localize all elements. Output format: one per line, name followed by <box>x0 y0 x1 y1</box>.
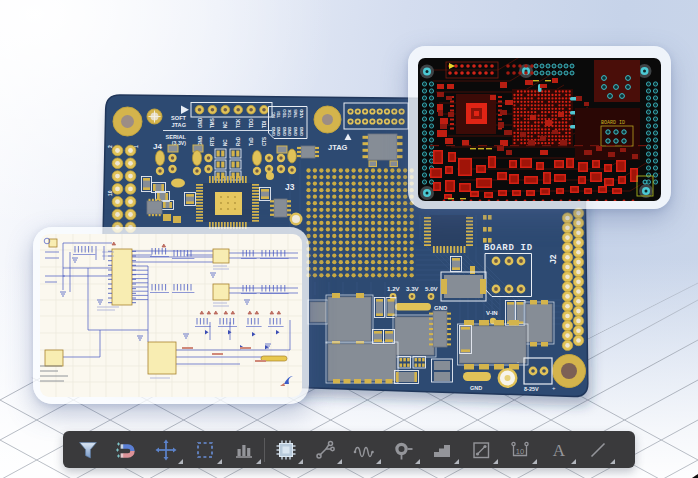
svg-text:1.2V: 1.2V <box>387 285 401 292</box>
svg-text:TMS: TMS <box>210 118 215 128</box>
svg-text:RxD: RxD <box>236 136 241 146</box>
svg-text:3.3V: 3.3V <box>406 285 420 292</box>
svg-text:NC: NC <box>223 121 228 128</box>
svg-text:TCK: TCK <box>236 118 241 128</box>
svg-text:VDD: VDD <box>299 109 304 118</box>
svg-text:TDO: TDO <box>249 118 254 128</box>
svg-text:TMS: TMS <box>293 109 298 118</box>
svg-text:GND: GND <box>198 117 203 128</box>
svg-text:10: 10 <box>107 190 113 196</box>
svg-text:GND: GND <box>470 385 482 391</box>
svg-text:JTAG: JTAG <box>328 143 348 152</box>
svg-text:10: 10 <box>515 447 523 456</box>
svg-text:GND: GND <box>299 127 304 136</box>
svg-text:BOARD ID: BOARD ID <box>601 120 625 126</box>
svg-text:TDI: TDI <box>276 111 281 118</box>
svg-text:GND: GND <box>271 127 276 136</box>
svg-text:GND: GND <box>282 127 287 136</box>
svg-text:GND: GND <box>293 127 298 136</box>
svg-text:TDI: TDI <box>262 121 267 128</box>
svg-text:TxD: TxD <box>249 137 254 146</box>
svg-text:RTS: RTS <box>210 137 215 146</box>
svg-text:-: - <box>517 359 519 365</box>
svg-text:GND: GND <box>276 127 281 136</box>
svg-text:V-IN: V-IN <box>486 310 498 316</box>
svg-text:GND: GND <box>198 135 203 146</box>
svg-text:2: 2 <box>107 145 113 148</box>
svg-text:SOFT: SOFT <box>171 115 186 121</box>
svg-text:NC: NC <box>223 139 228 146</box>
svg-text:J4: J4 <box>153 142 162 151</box>
svg-text:BOARD ID: BOARD ID <box>484 243 533 253</box>
svg-text:5.0V: 5.0V <box>425 285 439 292</box>
svg-text:NC: NC <box>271 112 276 118</box>
svg-text:TCK: TCK <box>287 109 292 118</box>
svg-text:8-25V: 8-25V <box>524 386 539 392</box>
svg-text:J2: J2 <box>548 254 558 264</box>
svg-text:JTAG: JTAG <box>171 122 186 128</box>
svg-text:CTS: CTS <box>262 137 267 146</box>
svg-text:A: A <box>552 441 565 460</box>
svg-text:GND: GND <box>434 305 448 311</box>
svg-text:+: + <box>552 385 556 391</box>
svg-text:J3: J3 <box>285 182 295 192</box>
svg-text:TDO: TDO <box>282 108 287 118</box>
svg-text:GND: GND <box>287 127 292 136</box>
